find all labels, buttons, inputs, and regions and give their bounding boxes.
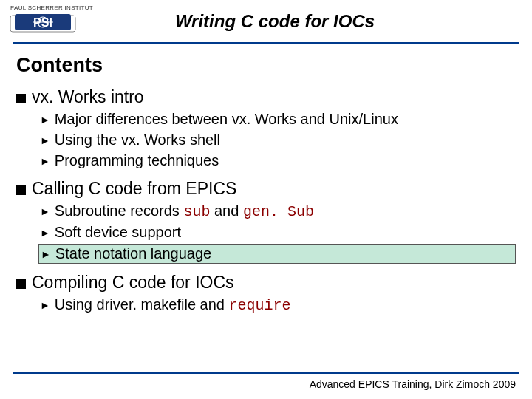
psi-logo-graphic: PSI <box>10 13 99 38</box>
slide-title: Writing C code for IOCs <box>99 11 517 32</box>
code-fragment: require <box>229 297 291 314</box>
list-item-text: Major differences between vx. Works and … <box>55 111 398 128</box>
square-bullet-icon <box>16 94 26 103</box>
contents-heading: Contents <box>16 54 516 77</box>
footer-divider <box>13 372 519 374</box>
triangle-bullet-icon: ► <box>40 114 50 126</box>
section-heading-text: Compiling C code for IOCs <box>32 273 234 293</box>
text-fragment: Subroutine records <box>55 202 184 219</box>
section-items: ► Using driver. makefile and require <box>38 296 516 315</box>
psi-logo: PAUL SCHERRER INSTITUT PSI <box>10 4 99 38</box>
section-heading-text: vx. Works intro <box>32 87 144 107</box>
triangle-bullet-icon: ► <box>40 134 50 146</box>
list-item-highlighted: ► State notation language <box>38 244 516 264</box>
list-item: ► Major differences between vx. Works an… <box>38 110 516 129</box>
list-item: ► Subroutine records sub and gen. Sub <box>38 202 516 221</box>
list-item-text: Using the vx. Works shell <box>55 132 220 149</box>
section-items: ► Subroutine records sub and gen. Sub ► … <box>38 202 516 264</box>
code-fragment: sub <box>183 203 210 220</box>
slide-body: Contents vx. Works intro ► Major differe… <box>0 44 532 315</box>
section-heading: vx. Works intro <box>16 87 516 107</box>
text-fragment: Using driver. makefile and <box>55 296 229 313</box>
list-item-text: Using driver. makefile and require <box>55 296 291 314</box>
list-item-text: Soft device support <box>55 224 181 241</box>
list-item: ► Using the vx. Works shell <box>38 131 516 149</box>
list-item: ► Using driver. makefile and require <box>38 296 516 315</box>
slide-footer: Advanced EPICS Training, Dirk Zimoch 200… <box>310 378 516 390</box>
square-bullet-icon <box>16 185 26 195</box>
section-heading: Compiling C code for IOCs <box>16 273 516 293</box>
square-bullet-icon <box>16 279 26 289</box>
section-items: ► Major differences between vx. Works an… <box>38 110 516 170</box>
triangle-bullet-icon: ► <box>41 248 51 260</box>
triangle-bullet-icon: ► <box>40 227 50 239</box>
triangle-bullet-icon: ► <box>40 205 50 217</box>
list-item: ► Soft device support <box>38 223 516 242</box>
section-heading: Calling C code from EPICS <box>16 179 516 199</box>
triangle-bullet-icon: ► <box>40 299 50 311</box>
slide: PAUL SCHERRER INSTITUT PSI Writing C cod… <box>0 0 532 399</box>
slide-header: PAUL SCHERRER INSTITUT PSI Writing C cod… <box>0 0 532 38</box>
code-fragment: gen. Sub <box>243 203 314 220</box>
triangle-bullet-icon: ► <box>40 155 50 167</box>
section-heading-text: Calling C code from EPICS <box>32 179 236 199</box>
text-fragment: and <box>210 202 242 219</box>
logo-institution-text: PAUL SCHERRER INSTITUT <box>10 4 99 11</box>
list-item-text: State notation language <box>55 245 211 262</box>
list-item: ► Programming techniques <box>38 151 516 170</box>
list-item-text: Programming techniques <box>55 152 219 169</box>
list-item-text: Subroutine records sub and gen. Sub <box>55 202 314 220</box>
